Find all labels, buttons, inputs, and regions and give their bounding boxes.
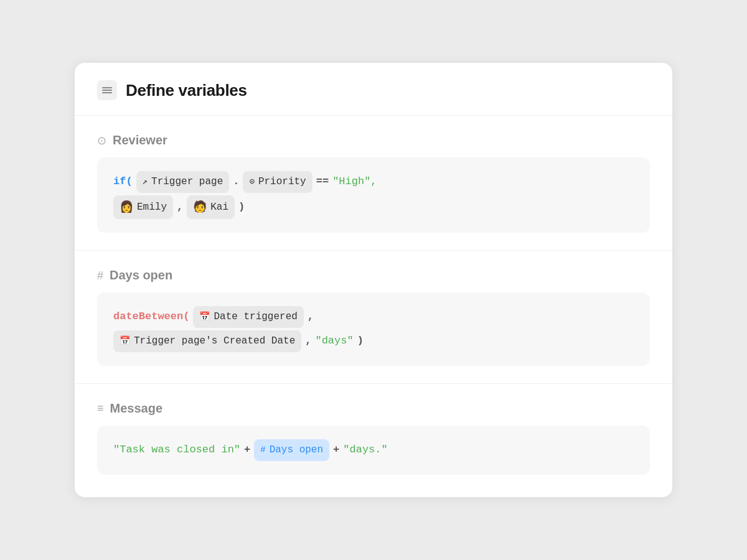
hash-icon: # bbox=[97, 270, 103, 281]
reviewer-code-line-2: 👩 Emily , 🧑 Kai ) bbox=[113, 195, 634, 219]
days-string: "days." bbox=[343, 441, 387, 460]
datebetween-keyword: dateBetween( bbox=[113, 307, 189, 327]
kai-label: Kai bbox=[210, 198, 228, 217]
kai-avatar-icon: 🧑 bbox=[193, 197, 207, 217]
page-title: Define variables bbox=[126, 81, 247, 100]
reviewer-label: Reviewer bbox=[113, 133, 167, 147]
chevron-down-icon: ⊙ bbox=[249, 174, 254, 190]
days-open-section: # Days open dateBetween( 📅 Date triggere… bbox=[75, 251, 672, 384]
person-circle-icon: ⊙ bbox=[97, 135, 106, 146]
menu-icon bbox=[97, 80, 117, 100]
message-section: ≡ Message "Task was closed in" + # Days … bbox=[75, 384, 672, 497]
created-date-label: Trigger page's Created Date bbox=[134, 332, 295, 350]
days-open-label: Days open bbox=[110, 268, 172, 282]
comma1: , bbox=[177, 198, 183, 217]
svg-rect-0 bbox=[102, 87, 112, 88]
emily-avatar-icon: 👩 bbox=[120, 197, 133, 217]
svg-rect-2 bbox=[102, 92, 112, 93]
priority-pill[interactable]: ⊙ Priority bbox=[243, 171, 312, 193]
created-date-pill[interactable]: 📅 Trigger page's Created Date bbox=[113, 330, 301, 352]
calendar-icon-1: 📅 bbox=[199, 309, 210, 325]
days-open-var-pill[interactable]: # Days open bbox=[254, 439, 329, 461]
reviewer-code-block: if( ↗ Trigger page . ⊙ Priority == "High… bbox=[97, 157, 650, 233]
message-code-block: "Task was closed in" + # Days open + "da… bbox=[97, 426, 650, 475]
message-code-line: "Task was closed in" + # Days open + "da… bbox=[113, 439, 634, 461]
reviewer-code-line-1: if( ↗ Trigger page . ⊙ Priority == "High… bbox=[113, 171, 634, 193]
emily-label: Emily bbox=[137, 198, 167, 217]
close-paren-reviewer: ) bbox=[238, 198, 245, 217]
priority-label: Priority bbox=[258, 173, 306, 191]
plus-operator-1: + bbox=[244, 441, 250, 460]
days-open-code-line-2: 📅 Trigger page's Created Date , "days" ) bbox=[113, 330, 634, 352]
date-triggered-pill[interactable]: 📅 Date triggered bbox=[193, 306, 303, 328]
reviewer-section: ⊙ Reviewer if( ↗ Trigger page . ⊙ Priori… bbox=[75, 116, 672, 251]
message-label-row: ≡ Message bbox=[97, 401, 650, 416]
dot-operator: . bbox=[233, 172, 239, 192]
days-open-var-label: Days open bbox=[270, 441, 323, 459]
main-card: Define variables ⊙ Reviewer if( ↗ Trigge… bbox=[75, 63, 672, 497]
plus-operator-2: + bbox=[333, 441, 339, 460]
task-closed-string: "Task was closed in" bbox=[113, 441, 240, 460]
comma-date1: , bbox=[308, 307, 314, 327]
days-open-code-block: dateBetween( 📅 Date triggered , 📅 Trigge… bbox=[97, 292, 650, 366]
kai-pill[interactable]: 🧑 Kai bbox=[187, 195, 235, 219]
reviewer-label-row: ⊙ Reviewer bbox=[97, 133, 650, 147]
emily-pill[interactable]: 👩 Emily bbox=[113, 195, 173, 219]
svg-rect-1 bbox=[102, 90, 112, 91]
trigger-page-pill[interactable]: ↗ Trigger page bbox=[136, 171, 230, 193]
if-keyword: if( bbox=[113, 172, 133, 192]
arrow-icon: ↗ bbox=[143, 174, 148, 190]
calendar-icon-2: 📅 bbox=[120, 334, 130, 349]
trigger-page-label: Trigger page bbox=[151, 173, 223, 191]
days-unit: "days" bbox=[315, 332, 353, 351]
high-value: "High", bbox=[332, 172, 377, 192]
days-open-label-row: # Days open bbox=[97, 268, 650, 282]
close-paren-days: ) bbox=[357, 332, 364, 351]
card-header: Define variables bbox=[75, 63, 672, 116]
comma-date2: , bbox=[305, 332, 311, 351]
days-open-code-line-1: dateBetween( 📅 Date triggered , bbox=[113, 306, 634, 328]
lines-icon: ≡ bbox=[97, 403, 104, 414]
hash-var-icon: # bbox=[260, 442, 265, 458]
message-label: Message bbox=[110, 401, 163, 416]
equals-operator: == bbox=[316, 172, 329, 192]
date-triggered-label: Date triggered bbox=[214, 308, 297, 326]
